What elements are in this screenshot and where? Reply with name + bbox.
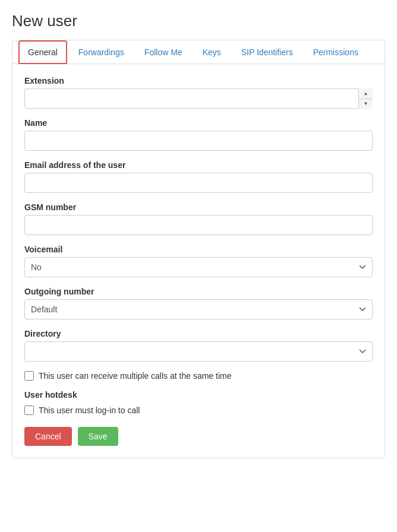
- must-login-group: This user must log-in to call: [24, 406, 373, 415]
- extension-input[interactable]: [24, 88, 373, 109]
- must-login-checkbox[interactable]: [24, 406, 34, 415]
- name-input[interactable]: [24, 131, 373, 151]
- tab-permissions[interactable]: Permissions: [304, 41, 367, 64]
- email-label: Email address of the user: [24, 160, 373, 170]
- save-button[interactable]: Save: [78, 427, 118, 446]
- tab-general[interactable]: General: [18, 40, 67, 64]
- extension-label: Extension: [24, 76, 373, 86]
- extension-spinner: ▲ ▼: [358, 88, 373, 109]
- outgoing-number-select[interactable]: Default: [24, 299, 373, 319]
- directory-group: Directory: [24, 329, 373, 362]
- tab-sip-identifiers[interactable]: SIP Identifiers: [232, 41, 302, 64]
- outgoing-number-label: Outgoing number: [24, 287, 373, 296]
- gsm-group: GSM number: [24, 202, 373, 235]
- multiple-calls-label[interactable]: This user can receive multiple calls at …: [39, 371, 231, 381]
- directory-label: Directory: [24, 329, 373, 338]
- tab-bar: General Forwardings Follow Me Keys SIP I…: [12, 40, 385, 64]
- voicemail-select[interactable]: No Yes: [24, 257, 373, 277]
- outgoing-number-group: Outgoing number Default: [24, 287, 373, 319]
- tab-keys[interactable]: Keys: [194, 41, 230, 64]
- email-group: Email address of the user: [24, 160, 373, 193]
- page-title: New user: [12, 12, 385, 30]
- multiple-calls-group: This user can receive multiple calls at …: [24, 371, 373, 381]
- must-login-label[interactable]: This user must log-in to call: [39, 406, 140, 415]
- main-card: General Forwardings Follow Me Keys SIP I…: [12, 40, 385, 458]
- extension-spinner-up[interactable]: ▲: [359, 88, 373, 99]
- name-group: Name: [24, 118, 373, 151]
- chevron-up-icon: ▲: [364, 91, 368, 96]
- tab-forwardings[interactable]: Forwardings: [70, 41, 133, 64]
- chevron-down-icon: ▼: [364, 101, 368, 106]
- extension-input-wrapper: ▲ ▼: [24, 88, 373, 109]
- hotdesk-title: User hotdesk: [24, 390, 373, 400]
- button-row: Cancel Save: [24, 427, 373, 446]
- gsm-input[interactable]: [24, 215, 373, 235]
- multiple-calls-checkbox[interactable]: [24, 371, 34, 381]
- name-label: Name: [24, 118, 373, 128]
- hotdesk-section: User hotdesk This user must log-in to ca…: [24, 390, 373, 415]
- extension-spinner-down[interactable]: ▼: [359, 99, 373, 109]
- cancel-button[interactable]: Cancel: [24, 427, 72, 446]
- extension-group: Extension ▲ ▼: [24, 76, 373, 109]
- tab-follow-me[interactable]: Follow Me: [136, 41, 191, 64]
- directory-select[interactable]: [24, 341, 373, 362]
- voicemail-group: Voicemail No Yes: [24, 245, 373, 277]
- form-body: Extension ▲ ▼ Name Email address of the …: [12, 64, 385, 458]
- email-input[interactable]: [24, 173, 373, 193]
- voicemail-label: Voicemail: [24, 245, 373, 254]
- gsm-label: GSM number: [24, 202, 373, 212]
